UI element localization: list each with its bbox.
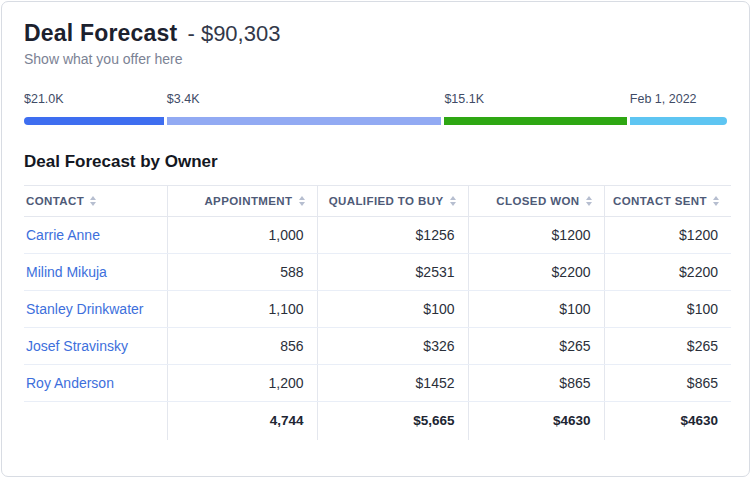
contact-link[interactable]: Milind Mikuja [26,264,107,280]
column-label: Contact [26,195,84,207]
table-row: Carrie Anne 1,000 $1256 $1200 $1200 [24,217,731,254]
progress-bar-labels: $21.0K $3.4K $15.1K Feb 1, 2022 [24,92,727,106]
appointment-total: 4,744 [167,402,317,440]
table-row: Milind Mikuja 588 $2531 $2200 $2200 [24,254,731,291]
table-title: Deal Forecast by Owner [24,152,727,172]
sort-icon[interactable] [713,196,719,206]
contact-sent-cell: $865 [604,365,731,402]
contact-link[interactable]: Josef Stravinsky [26,338,128,354]
column-label: Closed won [496,195,579,207]
progress-segment-1[interactable] [24,117,164,125]
table-row: Stanley Drinkwater 1,100 $100 $100 $100 [24,291,731,328]
column-label: Contact sent [613,195,707,207]
contact-sent-cell: $265 [604,328,731,365]
appointment-cell: 588 [167,254,317,291]
appointment-cell: 1,000 [167,217,317,254]
segment-1-label: $21.0K [24,92,164,106]
appointment-cell: 1,200 [167,365,317,402]
totals-row: 4,744 $5,665 $4630 $4630 [24,402,731,440]
appointment-cell: 856 [167,328,317,365]
qualified-to-buy-cell: $326 [317,328,468,365]
table-row: Josef Stravinsky 856 $326 $265 $265 [24,328,731,365]
forecast-table: Contact Appointment Qualified to buy Clo… [24,185,731,440]
qualified-to-buy-cell: $100 [317,291,468,328]
appointment-cell: 1,100 [167,291,317,328]
forecast-total-amount: - $90,303 [187,21,280,47]
progress-segment-3[interactable] [444,117,626,125]
qualified-to-buy-cell: $1256 [317,217,468,254]
segment-4-label: Feb 1, 2022 [630,92,727,106]
sort-icon[interactable] [299,196,305,206]
sort-icon[interactable] [586,196,592,206]
column-header-contact[interactable]: Contact [24,186,167,217]
segment-2-label: $3.4K [167,92,442,106]
contact-link[interactable]: Stanley Drinkwater [26,301,144,317]
qualified-to-buy-cell: $1452 [317,365,468,402]
contact-link[interactable]: Carrie Anne [26,227,100,243]
deal-forecast-card: Deal Forecast - $90,303 Show what you of… [1,1,750,477]
card-subtitle: Show what you offer here [24,51,727,67]
closed-won-cell: $865 [468,365,604,402]
closed-won-cell: $1200 [468,217,604,254]
segment-3-label: $15.1K [444,92,626,106]
sort-icon[interactable] [450,196,456,206]
column-header-closed-won[interactable]: Closed won [468,186,604,217]
qualified-to-buy-total: $5,665 [317,402,468,440]
closed-won-cell: $100 [468,291,604,328]
column-header-contact-sent[interactable]: Contact sent [604,186,731,217]
forecast-progress-bar [24,117,727,125]
contact-sent-total: $4630 [604,402,731,440]
contact-sent-cell: $100 [604,291,731,328]
card-header: Deal Forecast - $90,303 [24,20,727,47]
page-title: Deal Forecast [24,20,177,47]
qualified-to-buy-cell: $2531 [317,254,468,291]
table-row: Roy Anderson 1,200 $1452 $865 $865 [24,365,731,402]
contact-sent-cell: $2200 [604,254,731,291]
column-label: Appointment [204,195,292,207]
totals-spacer [24,402,167,440]
closed-won-cell: $265 [468,328,604,365]
sort-icon[interactable] [90,196,96,206]
progress-segment-2[interactable] [167,117,442,125]
contact-link[interactable]: Roy Anderson [26,375,114,391]
column-label: Qualified to buy [329,195,444,207]
column-header-appointment[interactable]: Appointment [167,186,317,217]
closed-won-cell: $2200 [468,254,604,291]
progress-segment-4[interactable] [630,117,727,125]
table-header-row: Contact Appointment Qualified to buy Clo… [24,186,731,217]
column-header-qualified-to-buy[interactable]: Qualified to buy [317,186,468,217]
contact-sent-cell: $1200 [604,217,731,254]
closed-won-total: $4630 [468,402,604,440]
